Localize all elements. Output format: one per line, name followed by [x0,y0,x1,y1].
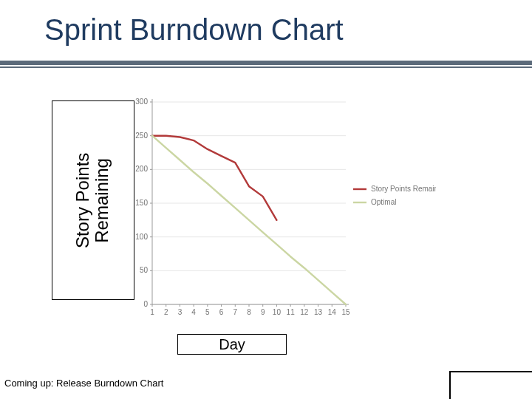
svg-text:13: 13 [314,308,323,316]
svg-text:8: 8 [247,308,251,316]
svg-text:6: 6 [219,308,224,316]
svg-text:2: 2 [164,308,168,316]
svg-text:14: 14 [328,308,337,316]
svg-text:100: 100 [135,233,148,241]
svg-text:Story Points Remaining: Story Points Remaining [371,185,436,193]
svg-text:12: 12 [300,308,309,316]
svg-text:150: 150 [135,199,148,207]
svg-text:15: 15 [341,308,350,316]
svg-text:4: 4 [191,308,196,316]
corner-decoration [449,371,532,399]
page-title: Sprint Burndown Chart [44,13,502,47]
svg-text:300: 300 [135,98,148,106]
svg-text:9: 9 [261,308,265,316]
x-axis-label: Day [219,336,245,353]
burndown-chart: 050100150200250300123456789101112131415S… [118,93,436,322]
y-axis-label: Story PointsRemaining [74,152,113,248]
svg-text:250: 250 [135,132,148,140]
footer-next-up: Coming up: Release Burndown Chart [4,378,163,389]
svg-text:200: 200 [135,165,148,173]
svg-text:10: 10 [273,308,282,316]
svg-text:7: 7 [233,308,238,316]
svg-text:0: 0 [143,300,148,308]
svg-text:1: 1 [150,308,154,316]
title-rule-thick [0,61,532,65]
x-axis-label-box: Day [177,334,287,355]
svg-text:11: 11 [287,308,296,316]
svg-text:3: 3 [178,308,183,316]
svg-text:50: 50 [140,266,149,274]
svg-text:5: 5 [205,308,210,316]
title-rule-thin [0,66,532,68]
svg-text:Optimal: Optimal [371,198,396,206]
